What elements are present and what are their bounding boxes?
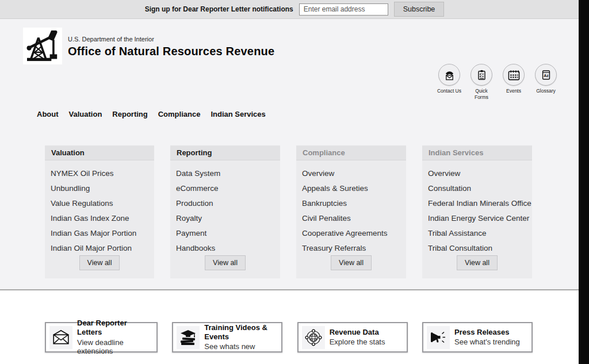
menu-link[interactable]: eCommerce	[176, 181, 277, 196]
quick-links: Contact Us Quick Forms	[436, 64, 559, 101]
menu-item-list: Overview Appeals & Sureties Bankruptcies…	[296, 160, 406, 255]
clipboard-checklist-icon	[476, 69, 488, 81]
menu-link[interactable]: Value Regulations	[51, 196, 151, 210]
view-all-button[interactable]: View all	[79, 255, 120, 270]
site-header: U.S. Department of the Interior Office o…	[0, 19, 589, 64]
menu-item-list: Overview Consultation Federal Indian Min…	[422, 160, 532, 255]
feature-subtitle: See what's trending	[454, 338, 520, 347]
nav-item-valuation[interactable]: Valuation	[69, 110, 102, 118]
menu-link[interactable]: Indian Gas Index Zone	[51, 210, 151, 225]
feature-subtitle: Explore the stats	[330, 338, 385, 347]
menu-link[interactable]: Handbooks	[176, 240, 277, 255]
menu-link[interactable]: Payment	[176, 225, 277, 240]
view-all-button[interactable]: View all	[457, 255, 498, 270]
menu-link[interactable]: Data System	[176, 166, 277, 181]
quick-link-contact-us[interactable]: Contact Us	[436, 64, 462, 101]
primary-nav: About Valuation Reporting Compliance Ind…	[37, 110, 266, 118]
menu-link[interactable]: Tribal Assistance	[428, 225, 529, 240]
feature-subtitle: See whats new	[204, 342, 278, 351]
signup-bar: Sign up for Dear Reporter Letter notific…	[0, 0, 589, 19]
nav-item-indian-services[interactable]: Indian Services	[211, 110, 265, 118]
contact-circle	[438, 64, 460, 86]
feature-text: Training Videos & Events See whats new	[204, 323, 278, 351]
feature-text: Revenue Data Explore the stats	[330, 328, 385, 347]
feature-card-revenue-data[interactable]: Revenue Data Explore the stats	[297, 322, 408, 352]
menu-item-list: NYMEX Oil Prices Unbundling Value Regula…	[45, 160, 154, 255]
quick-link-quick-forms[interactable]: Quick Forms	[468, 64, 495, 101]
menu-title: Reporting	[170, 145, 280, 160]
nav-item-reporting[interactable]: Reporting	[112, 110, 147, 118]
feature-subtitle: View deadline extensions	[77, 338, 153, 356]
feature-text: Press Releases See what's trending	[454, 328, 520, 347]
email-input[interactable]	[299, 3, 388, 16]
department-name: U.S. Department of the Interior	[68, 36, 274, 43]
open-envelope-icon	[52, 329, 70, 346]
megaphone-icon	[430, 331, 447, 344]
feature-icon-box	[302, 326, 325, 349]
menu-link[interactable]: Appeals & Sureties	[302, 181, 403, 196]
menu-link[interactable]: Indian Oil Major Portion	[51, 240, 151, 255]
calendar-icon	[507, 69, 521, 81]
glossary-circle: Az	[535, 64, 557, 86]
feature-card-press-releases[interactable]: Press Releases See what's trending	[422, 322, 533, 352]
nav-item-compliance[interactable]: Compliance	[158, 110, 201, 118]
quick-link-label: Events	[506, 88, 521, 94]
feature-cards: Dear Reporter Letters View deadline exte…	[45, 322, 533, 352]
view-all-button[interactable]: View all	[331, 255, 372, 270]
menu-link[interactable]: Overview	[428, 166, 529, 181]
agency-logo	[23, 28, 62, 64]
phone-envelope-icon	[443, 69, 456, 81]
feature-text: Dear Reporter Letters View deadline exte…	[77, 319, 153, 356]
menu-cards: Valuation NYMEX Oil Prices Unbundling Va…	[45, 145, 532, 278]
quick-link-label: Glossary	[536, 88, 556, 94]
menu-link[interactable]: NYMEX Oil Prices	[51, 166, 151, 181]
menu-link[interactable]: Unbundling	[51, 181, 151, 196]
feature-icon-box	[49, 326, 72, 349]
menu-link[interactable]: Consultation	[428, 181, 529, 196]
menu-link[interactable]: Bankruptcies	[302, 196, 403, 210]
menu-link[interactable]: Civil Penalites	[302, 210, 403, 225]
brand-text: U.S. Department of the Interior Office o…	[68, 28, 274, 58]
feature-icon-box	[427, 326, 450, 349]
menu-title: Indian Services	[422, 145, 532, 160]
forms-circle	[471, 64, 492, 86]
subscribe-button[interactable]: Subscribe	[394, 2, 445, 17]
site-title: Office of Natural Resources Revenue	[68, 45, 274, 58]
feature-title: Dear Reporter Letters	[77, 319, 153, 338]
feature-card-training-videos-events[interactable]: Training Videos & Events See whats new	[172, 322, 282, 352]
nav-item-about[interactable]: About	[37, 110, 59, 118]
feature-title: Training Videos & Events	[204, 323, 278, 342]
view-all-button[interactable]: View all	[205, 255, 246, 270]
menu-link[interactable]: Indian Gas Major Portion	[51, 225, 151, 240]
menu-link[interactable]: Overview	[302, 166, 403, 181]
glossary-book-icon: Az	[540, 69, 552, 81]
feature-title: Revenue Data	[330, 328, 385, 337]
quick-link-label: Quick Forms	[468, 88, 495, 101]
main-section: U.S. Department of the Interior Office o…	[0, 19, 589, 290]
feature-card-dear-reporter-letters[interactable]: Dear Reporter Letters View deadline exte…	[45, 322, 158, 352]
menu-link[interactable]: Royalty	[176, 210, 277, 225]
menu-link[interactable]: Cooperative Agreements	[302, 225, 403, 240]
quick-link-glossary[interactable]: Az Glossary	[533, 64, 559, 101]
quick-link-label: Contact Us	[437, 88, 461, 94]
menu-title: Valuation	[45, 145, 154, 160]
feature-icon-box	[177, 326, 200, 349]
graduation-books-icon	[179, 329, 197, 346]
menu-link[interactable]: Indian Energy Service Center	[428, 210, 529, 225]
svg-text:Az: Az	[544, 74, 549, 78]
events-circle	[503, 64, 525, 86]
menu-link[interactable]: Tribal Consultation	[428, 240, 529, 255]
menu-card-compliance: Compliance Overview Appeals & Sureties B…	[296, 145, 406, 278]
menu-card-indian-services: Indian Services Overview Consultation Fe…	[422, 145, 532, 278]
menu-link[interactable]: Treasury Referrals	[302, 240, 403, 255]
menu-card-reporting: Reporting Data System eCommerce Producti…	[170, 145, 280, 278]
menu-item-list: Data System eCommerce Production Royalty…	[170, 160, 280, 255]
signup-text: Sign up for Dear Reporter Letter notific…	[145, 5, 293, 13]
globe-network-icon	[305, 329, 322, 346]
menu-card-valuation: Valuation NYMEX Oil Prices Unbundling Va…	[45, 145, 154, 278]
quick-link-events[interactable]: Events	[500, 64, 527, 101]
menu-title: Compliance	[296, 145, 406, 160]
menu-link[interactable]: Federal Indian Minerals Office	[428, 196, 529, 210]
menu-link[interactable]: Production	[176, 196, 277, 210]
window-edge-strip	[579, 0, 589, 364]
